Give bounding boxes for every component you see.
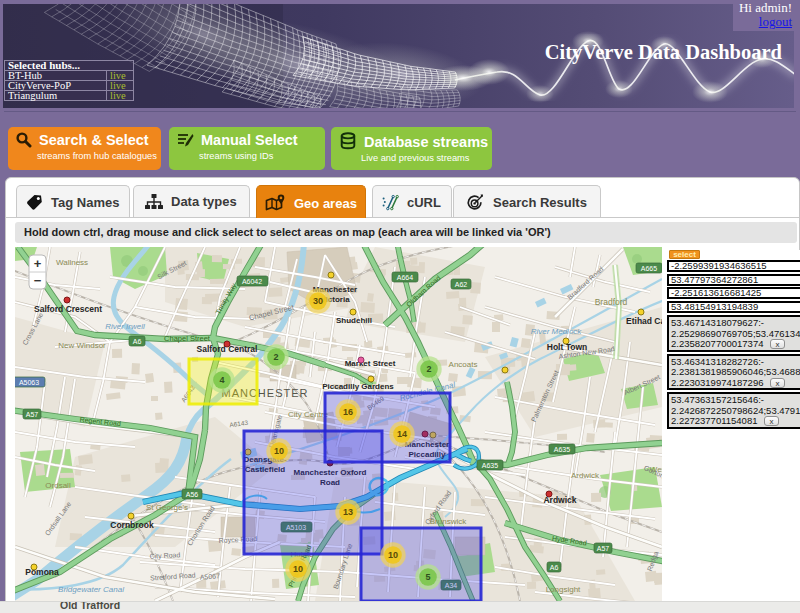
svg-text:A6042: A6042	[242, 278, 262, 285]
svg-text:30: 30	[313, 296, 323, 306]
svg-text:City Centre: City Centre	[288, 410, 329, 419]
svg-text:+: +	[34, 256, 42, 271]
svg-text:4: 4	[219, 375, 224, 385]
svg-text:Market Street: Market Street	[345, 359, 396, 368]
svg-text:2: 2	[273, 352, 278, 362]
svg-text:New Windsor: New Windsor	[58, 341, 106, 350]
svg-text:2: 2	[426, 364, 431, 374]
svg-text:St George's: St George's	[146, 503, 188, 512]
svg-text:Ordsall: Ordsall	[45, 481, 71, 490]
svg-text:A5067: A5067	[199, 572, 220, 580]
svg-text:A6: A6	[133, 338, 142, 345]
svg-text:A665: A665	[641, 265, 657, 272]
svg-text:−: −	[34, 273, 42, 288]
svg-text:5: 5	[425, 572, 430, 582]
svg-text:A57: A57	[597, 545, 610, 552]
svg-text:Pomona: Pomona	[25, 567, 59, 577]
svg-text:Salford Crescent: Salford Crescent	[34, 304, 102, 314]
svg-text:River Medlock: River Medlock	[531, 327, 583, 336]
svg-text:A57: A57	[26, 411, 39, 418]
svg-text:A6: A6	[550, 564, 559, 571]
svg-text:River Irwell: River Irwell	[105, 322, 145, 331]
svg-text:Longsight: Longsight	[546, 585, 581, 594]
svg-text:A635: A635	[554, 446, 570, 453]
svg-text:10: 10	[274, 446, 284, 456]
svg-text:A62: A62	[455, 281, 468, 288]
svg-text:A56: A56	[186, 491, 199, 498]
svg-text:16: 16	[343, 407, 353, 417]
svg-text:Wallness: Wallness	[56, 258, 88, 267]
svg-text:Shudehill: Shudehill	[336, 316, 372, 325]
svg-text:14: 14	[397, 429, 407, 439]
svg-text:Bradford: Bradford	[595, 297, 628, 307]
svg-text:A635: A635	[482, 462, 498, 469]
svg-text:Ardwick: Ardwick	[571, 471, 600, 480]
svg-text:10: 10	[388, 550, 398, 560]
svg-text:Piccadilly Gardens: Piccadilly Gardens	[322, 382, 394, 391]
svg-text:10: 10	[293, 564, 303, 574]
svg-text:13: 13	[343, 507, 353, 517]
svg-text:A5063: A5063	[19, 379, 39, 386]
svg-text:Bridgewater Canal: Bridgewater Canal	[58, 585, 124, 594]
svg-text:Ancoats: Ancoats	[449, 360, 478, 369]
svg-text:Etihad Camp: Etihad Camp	[626, 316, 662, 326]
svg-text:Chapel Street: Chapel Street	[164, 334, 211, 343]
svg-text:Brunswick: Brunswick	[430, 517, 467, 526]
svg-text:Cornbrook: Cornbrook	[110, 520, 154, 530]
svg-text:A664: A664	[397, 274, 413, 281]
